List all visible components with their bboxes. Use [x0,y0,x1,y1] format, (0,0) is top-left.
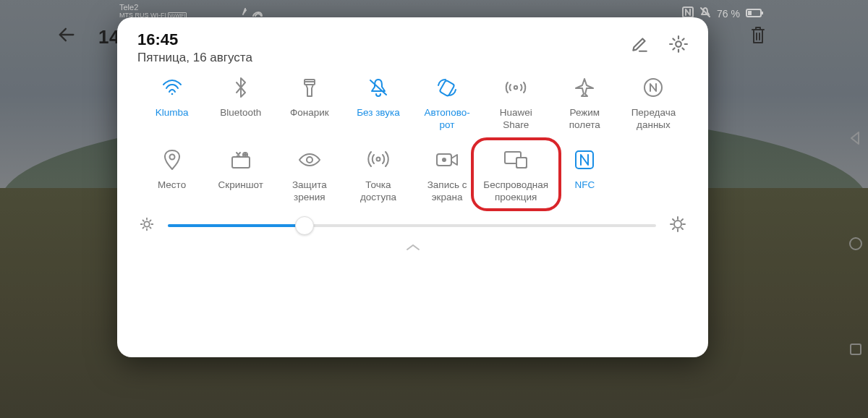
brightness-slider[interactable] [137,216,688,236]
cast-icon [503,148,528,172]
system-nav-bar [843,87,868,404]
tile-label: Запись сэкрана [427,179,467,204]
tile-flashlight[interactable]: Фонарик [275,75,344,132]
svg-point-20 [307,157,312,163]
tile-airplane[interactable]: Режимполета [550,75,619,132]
svg-rect-2 [762,12,763,14]
tile-hotspot[interactable]: Точкадоступа [344,148,412,204]
tile-screenshot[interactable]: Скриншот [206,148,275,204]
tile-label: Klumba [156,107,189,132]
tile-label: Беспроводнаяпроекция [483,179,548,204]
edit-icon[interactable] [630,35,649,56]
trash-icon[interactable] [749,25,767,48]
hotspot-icon [367,148,389,172]
nav-back-icon[interactable] [848,131,863,148]
tile-location[interactable]: Место [137,148,206,204]
tile-label: Место [158,179,186,204]
brightness-low-icon [139,216,155,235]
nav-home-icon[interactable] [848,236,863,254]
svg-point-17 [169,155,174,160]
tile-label: HuaweiShare [500,107,532,132]
brightness-track[interactable] [168,224,656,227]
tile-bluetooth[interactable]: Bluetooth [206,75,275,132]
mute-icon [367,75,389,100]
tile-eye[interactable]: Защитазрения [275,148,344,204]
svg-point-15 [514,86,517,89]
panel-time: 16:45 [137,30,630,49]
tile-label: Без звука [357,107,400,132]
tile-label: Защитазрения [292,179,327,204]
tile-label: NFC [574,179,595,204]
svg-rect-3 [748,11,752,15]
svg-point-9 [850,238,861,249]
svg-rect-25 [516,158,527,168]
location-icon [163,148,181,172]
device-status-bar: Tele2 MTS RUS WI-FI VoWiFi 76 % [0,2,868,18]
flashlight-icon [302,75,318,100]
tile-label: Режимполета [569,107,600,132]
tile-label: Фонарик [290,107,329,132]
bluetooth-icon [234,75,248,100]
tile-record[interactable]: Запись сэкрана [413,148,482,204]
tile-label: Bluetooth [220,107,261,132]
svg-point-21 [376,158,380,161]
wifi-icon [161,75,183,100]
huaweishare-icon [504,75,527,100]
svg-point-6 [794,27,798,31]
nfc-icon [574,148,595,172]
eye-icon [298,148,321,172]
svg-point-7 [794,34,798,38]
tile-label: Автопово-рот [424,107,469,132]
brightness-thumb[interactable] [295,216,314,235]
tile-huaweishare[interactable]: HuaweiShare [482,75,550,132]
autorotate-icon [436,75,458,100]
svg-point-12 [171,93,173,95]
tile-wifi[interactable]: Klumba [137,75,206,132]
panel-date: Пятница, 16 августа [137,51,630,65]
tile-label: Передачаданных [631,107,676,132]
back-icon[interactable] [56,25,77,50]
more-icon[interactable] [793,26,799,48]
screenshot-icon [230,148,252,172]
tiles-grid: KlumbaBluetoothФонарикБез звукаАвтопово-… [137,75,688,204]
tile-data[interactable]: Передачаданных [619,75,688,132]
tile-nfc[interactable]: NFC [550,148,619,204]
svg-point-8 [794,40,798,44]
expand-chevron-icon[interactable] [137,242,688,255]
record-icon [435,148,459,172]
tile-label: Скриншот [218,179,263,204]
tile-autorotate[interactable]: Автопово-рот [413,75,482,132]
airplane-icon [574,75,595,100]
nav-recent-icon[interactable] [848,342,863,359]
tile-mute[interactable]: Без звука [344,75,412,132]
data-icon [643,75,663,100]
svg-rect-10 [851,344,861,354]
svg-point-28 [144,221,149,226]
tile-label: Точкадоступа [360,179,396,204]
brightness-high-icon [669,216,686,236]
svg-point-23 [442,158,446,162]
carrier-label: Tele2 [119,3,187,12]
tile-cast[interactable]: Беспроводнаяпроекция [482,148,550,204]
svg-point-29 [674,221,681,228]
svg-point-11 [676,41,681,47]
svg-rect-18 [232,157,250,168]
status-carrier: Tele2 MTS RUS WI-FI VoWiFi [119,3,187,19]
quick-settings-panel: 16:45 Пятница, 16 августа KlumbaBluetoot… [117,17,708,357]
settings-icon[interactable] [669,35,688,56]
